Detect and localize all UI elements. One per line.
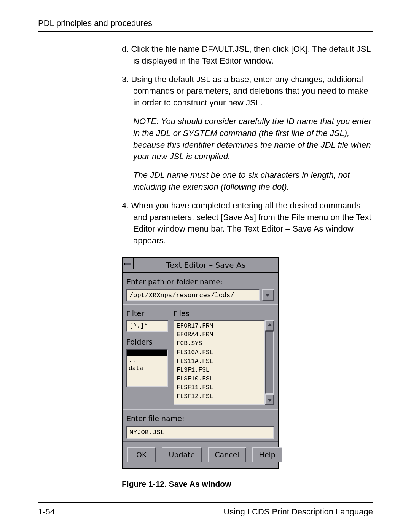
folders-label: Folders (126, 337, 168, 347)
page-number: 1-54 (38, 507, 55, 517)
help-button[interactable]: Help (252, 447, 282, 462)
list-item[interactable]: . (127, 350, 167, 356)
list-item[interactable]: FLSF12.FSL (177, 392, 264, 401)
list-item[interactable]: FCB.SYS (177, 339, 264, 348)
files-label: Files (174, 308, 274, 319)
list-item[interactable]: FLSF10.FSL (177, 375, 264, 383)
cancel-button[interactable]: Cancel (208, 447, 246, 462)
figure-caption: Figure 1-12. Save As window (122, 478, 373, 489)
list-item[interactable]: FLSF1.FSL (177, 366, 264, 375)
dialog-title: Text Editor – Save As (134, 258, 278, 272)
list-item[interactable]: FLS10A.FSL (177, 348, 264, 357)
path-label: Enter path or folder name: (126, 277, 274, 287)
ok-button[interactable]: OK (127, 447, 156, 462)
note-1: NOTE: You should consider carefully the … (133, 116, 373, 163)
list-item[interactable]: EFORA4.FRM (177, 331, 264, 339)
list-item[interactable]: FLS11A.FSL (177, 357, 264, 366)
scroll-up-icon[interactable] (265, 320, 274, 331)
note-2: The JDL name must be one to six characte… (133, 169, 373, 193)
list-item[interactable]: data (127, 365, 167, 373)
list-item[interactable]: FLSF11.FSL (177, 383, 264, 392)
files-scrollbar[interactable] (265, 320, 274, 405)
titlebar: Text Editor – Save As (123, 258, 278, 273)
files-list[interactable]: EFOR17.FRM EFORA4.FRM FCB.SYS FLS10A.FSL… (174, 320, 265, 405)
filter-label: Filter (126, 308, 168, 319)
path-dropdown-icon[interactable] (262, 289, 274, 302)
step-d: d. Click the file name DFAULT.JSL, then … (133, 43, 373, 67)
body-content: d. Click the file name DFAULT.JSL, then … (122, 43, 373, 489)
list-item[interactable]: .. (127, 356, 167, 365)
filter-input[interactable]: [^.]* (126, 320, 168, 332)
filename-label: Enter file name: (126, 414, 274, 424)
page-footer: 1-54 Using LCDS Print Description Langua… (38, 502, 373, 517)
step-3: 3. Using the default JSL as a base, ente… (122, 74, 373, 109)
window-menu-icon[interactable] (123, 258, 134, 269)
path-input[interactable]: /opt/XRXnps/resources/lcds/ (126, 289, 260, 302)
step-4: 4. When you have completed entering all … (122, 200, 373, 247)
scroll-track[interactable] (265, 331, 274, 394)
update-button[interactable]: Update (162, 447, 202, 462)
page-header: PDL principles and procedures (38, 18, 373, 32)
save-as-dialog: Text Editor – Save As Enter path or fold… (122, 257, 279, 469)
filename-input[interactable]: MYJOB.JSL (126, 426, 274, 439)
folders-list[interactable]: . .. data (126, 349, 168, 387)
scroll-down-icon[interactable] (265, 394, 274, 405)
list-item[interactable]: EFOR17.FRM (177, 322, 264, 331)
footer-title: Using LCDS Print Description Language (223, 507, 373, 517)
